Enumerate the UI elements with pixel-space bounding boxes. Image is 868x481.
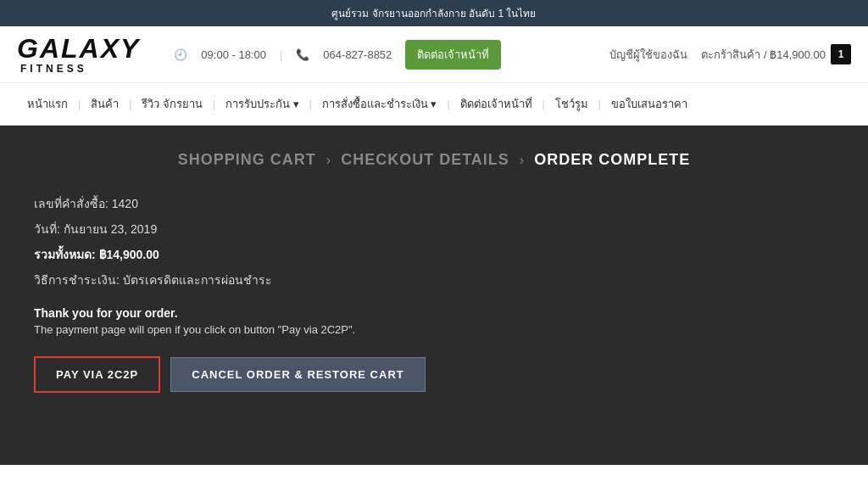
order-total: รวมทั้งหมด: ฿14,900.00 <box>34 245 834 264</box>
nav-item-warranty[interactable]: การรับประกัน ▾ <box>215 83 309 125</box>
header-info: 🕘 09:00 - 18:00 | 📞 064-827-8852 ติดต่อเ… <box>174 40 593 70</box>
thank-you-line2: The payment page will open if you click … <box>34 323 834 336</box>
logo: GALAXY FITNESS <box>17 35 140 74</box>
main-content: SHOPPING CART › CHECKOUT DETAILS › ORDER… <box>0 126 868 465</box>
nav-item-order[interactable]: การสั่งซื้อและชำระเงิน ▾ <box>312 83 448 125</box>
business-hours: 09:00 - 18:00 <box>201 48 266 61</box>
breadcrumb-order-complete: ORDER COMPLETE <box>534 151 690 169</box>
nav-item-home[interactable]: หน้าแรก <box>17 83 78 125</box>
cart-label: ตะกร้าสินค้า / ฿14,900.00 <box>701 46 826 64</box>
cart-area[interactable]: ตะกร้าสินค้า / ฿14,900.00 1 <box>701 44 851 64</box>
order-details: เลขที่คำสั่งซื้อ: 1420 วันที่: กันยายน 2… <box>34 194 834 289</box>
pay-button[interactable]: PAY VIA 2C2P <box>34 356 160 393</box>
divider1: | <box>280 48 282 61</box>
thank-you-section: Thank you for your order. The payment pa… <box>34 306 834 336</box>
clock-icon: 🕘 <box>174 48 187 61</box>
phone-number: 064-827-8852 <box>323 48 392 61</box>
order-payment: วิธีการชำระเงิน: บัตรเครดิตและการผ่อนชำร… <box>34 271 834 289</box>
order-date: วันที่: กันยายน 23, 2019 <box>34 220 834 238</box>
order-number: เลขที่คำสั่งซื้อ: 1420 <box>34 194 834 213</box>
logo-fitness: FITNESS <box>17 64 140 74</box>
logo-galaxy: GALAXY <box>17 35 140 62</box>
nav-item-reviews[interactable]: รีวิว จักรยาน <box>131 83 213 125</box>
breadcrumb: SHOPPING CART › CHECKOUT DETAILS › ORDER… <box>34 151 834 169</box>
nav-item-showroom[interactable]: โชว์รูม <box>545 83 598 125</box>
action-buttons: PAY VIA 2C2P CANCEL ORDER & RESTORE CART <box>34 356 834 393</box>
nav-item-contact[interactable]: ติดต่อเจ้าหน้าที่ <box>450 83 542 125</box>
top-bar-text: ศูนย์รวม จักรยานออกกำลังกาย อันดับ 1 ในไ… <box>331 8 536 20</box>
cart-count: 1 <box>831 44 851 64</box>
thank-you-line1: Thank you for your order. <box>34 306 834 320</box>
account-link[interactable]: บัญชีผู้ใช้ของฉัน <box>609 46 687 64</box>
header-right: บัญชีผู้ใช้ของฉัน ตะกร้าสินค้า / ฿14,900… <box>609 44 851 64</box>
breadcrumb-shopping-cart: SHOPPING CART <box>178 151 316 169</box>
breadcrumb-checkout-details: CHECKOUT DETAILS <box>341 151 509 169</box>
header: GALAXY FITNESS 🕘 09:00 - 18:00 | 📞 064-8… <box>0 26 868 83</box>
phone-icon: 📞 <box>296 48 309 61</box>
cancel-button[interactable]: CANCEL ORDER & RESTORE CART <box>170 357 425 392</box>
breadcrumb-sep1: › <box>326 153 331 168</box>
nav-item-quote[interactable]: ขอใบเสนอราคา <box>601 83 698 125</box>
top-bar: ศูนย์รวม จักรยานออกกำลังกาย อันดับ 1 ในไ… <box>0 0 868 26</box>
nav: หน้าแรก | สินค้า | รีวิว จักรยาน | การรั… <box>0 83 868 126</box>
breadcrumb-sep2: › <box>520 153 524 168</box>
nav-item-products[interactable]: สินค้า <box>81 83 129 125</box>
contact-button[interactable]: ติดต่อเจ้าหน้าที่ <box>405 40 501 70</box>
